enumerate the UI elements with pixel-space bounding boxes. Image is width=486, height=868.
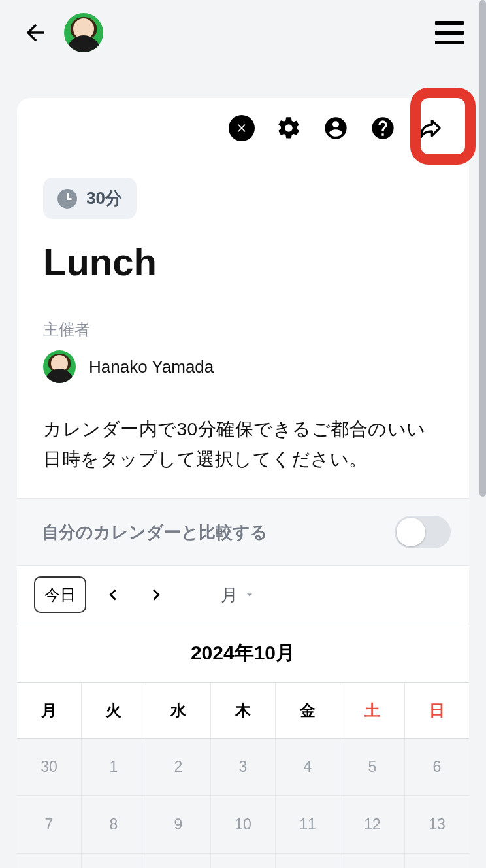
- weekday-thu: 木: [211, 683, 276, 738]
- calendar-cell[interactable]: 3: [211, 739, 276, 796]
- weekday-header-row: 月 火 水 木 金 土 日: [17, 683, 469, 739]
- event-title: Lunch: [43, 240, 469, 284]
- compare-label: 自分のカレンダーと比較する: [42, 521, 268, 544]
- host-avatar: [43, 350, 76, 383]
- view-label: 月: [221, 584, 238, 607]
- scrollbar-thumb[interactable]: [479, 0, 486, 497]
- weekday-tue: 火: [82, 683, 146, 738]
- chevron-down-icon: [243, 588, 256, 601]
- close-button[interactable]: [229, 115, 255, 141]
- share-icon[interactable]: [417, 115, 443, 141]
- top-bar-left: [22, 13, 103, 52]
- duration-label: 30分: [86, 187, 122, 210]
- weekday-wed: 水: [146, 683, 211, 738]
- calendar-cell[interactable]: 14: [17, 854, 82, 868]
- calendar-cell[interactable]: 15: [82, 854, 146, 868]
- top-bar: [0, 0, 486, 65]
- scrollbar[interactable]: [479, 0, 486, 868]
- event-card: 30分 Lunch 主催者 Hanako Yamada カレンダー内で30分確保…: [17, 98, 469, 868]
- clock-icon: [57, 189, 77, 209]
- calendar-cell[interactable]: 20: [405, 854, 469, 868]
- instruction-text: カレンダー内で30分確保できるご都合のいい日時をタップして選択してください。: [43, 414, 443, 475]
- calendar-controls: 今日 月: [17, 566, 469, 624]
- calendar-cell[interactable]: 4: [276, 739, 340, 796]
- weekday-sun: 日: [405, 683, 469, 738]
- calendar-cell[interactable]: 7: [17, 796, 82, 854]
- calendar-cell[interactable]: 11: [276, 796, 340, 854]
- weekday-mon: 月: [17, 683, 82, 738]
- calendar-row: 14 15 16 17 18 19 20: [17, 854, 469, 868]
- calendar-cell[interactable]: 10: [211, 796, 276, 854]
- back-icon[interactable]: [22, 20, 48, 46]
- profile-avatar[interactable]: [64, 13, 103, 52]
- today-button[interactable]: 今日: [34, 576, 86, 613]
- calendar-row: 30 1 2 3 4 5 6: [17, 739, 469, 796]
- calendar-cell[interactable]: 9: [146, 796, 211, 854]
- host-name: Hanako Yamada: [89, 357, 214, 377]
- menu-icon[interactable]: [435, 21, 464, 44]
- calendar-cell[interactable]: 13: [405, 796, 469, 854]
- calendar-cell[interactable]: 12: [340, 796, 405, 854]
- weekday-fri: 金: [276, 683, 340, 738]
- view-selector[interactable]: 月: [221, 584, 256, 607]
- account-icon[interactable]: [323, 115, 349, 141]
- calendar-cell[interactable]: 19: [340, 854, 405, 868]
- calendar-cell[interactable]: 18: [276, 854, 340, 868]
- toggle-thumb: [397, 518, 425, 546]
- calendar-row: 7 8 9 10 11 12 13: [17, 796, 469, 854]
- calendar-cell[interactable]: 8: [82, 796, 146, 854]
- host-heading: 主催者: [43, 319, 469, 340]
- calendar-cell[interactable]: 16: [146, 854, 211, 868]
- next-month-button[interactable]: [144, 582, 169, 607]
- compare-toggle[interactable]: [395, 516, 451, 548]
- calendar-cell[interactable]: 1: [82, 739, 146, 796]
- help-icon[interactable]: [370, 115, 396, 141]
- calendar-cell[interactable]: 17: [211, 854, 276, 868]
- month-title: 2024年10月: [17, 624, 469, 683]
- settings-icon[interactable]: [276, 115, 302, 141]
- calendar-cell[interactable]: 30: [17, 739, 82, 796]
- calendar-cell[interactable]: 5: [340, 739, 405, 796]
- weekday-sat: 土: [340, 683, 405, 738]
- compare-calendar-row: 自分のカレンダーと比較する: [17, 498, 469, 566]
- calendar-cell[interactable]: 2: [146, 739, 211, 796]
- calendar-cell[interactable]: 6: [405, 739, 469, 796]
- calendar-grid: 30 1 2 3 4 5 6 7 8 9 10 11 12 13 14 15 1…: [17, 739, 469, 868]
- card-toolbar: [17, 98, 469, 146]
- prev-month-button[interactable]: [101, 582, 125, 607]
- host-row: Hanako Yamada: [43, 350, 469, 383]
- duration-pill: 30分: [43, 178, 137, 219]
